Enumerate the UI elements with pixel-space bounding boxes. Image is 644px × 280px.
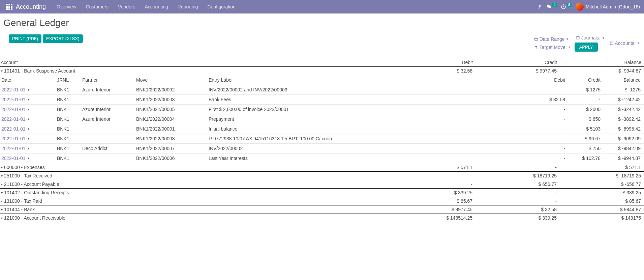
caret-down-icon: ▾ [1,191,3,195]
account-debit: $ 571.1 [390,165,474,170]
account-credit: $ 339.25 [474,215,559,221]
entry-partner: Azure Interior [82,87,136,92]
account-name: 131000 - Tax Paid [4,198,42,204]
entry-debit: - [525,87,565,92]
account-row[interactable]: ▾ 600000 - Expenses $ 571.1 - $ 571.1 [0,163,644,172]
account-row[interactable]: ▾ 101404 - Bank $ 9977.45 $ 32.58 $ 9944… [0,205,644,214]
entry-date-link[interactable]: 2022-01-01 [1,156,26,161]
entry-move: BNK1/2022/00006 [136,156,209,161]
entry-jrnl: BNK1 [57,156,82,161]
filter-date-range-label: Date Range [540,36,565,42]
caret-down-icon[interactable]: ▾ [28,98,29,101]
account-row[interactable]: ▾ 251000 - Tax Received - $ 18719.25 $ -… [0,172,644,180]
caret-down-icon[interactable]: ▾ [28,88,29,91]
account-debit: $ 143514.25 [390,215,474,221]
account-row[interactable]: ▾ 131000 - Tax Paid $ 85.67 - $ 85.67 [0,197,644,205]
caret-down-icon[interactable]: ▾ [28,157,29,160]
entry-debit: - [525,136,565,141]
account-debit: $ 339.25 [390,190,474,195]
caret-down-icon[interactable]: ▾ [28,147,29,150]
filter-journals[interactable]: Journals: ▾ [575,34,606,41]
svg-point-0 [539,5,541,7]
entry-date-link[interactable]: 2022-01-01 [1,107,26,112]
detail-row: 2022-01-01 ▾ BNK1 BNK1/2022/00001 Initia… [0,124,644,134]
dhdr-label: Entry Label [209,77,525,83]
entry-label: R:9772938 10/07 AX 9415116318 T:5 BRT: 1… [209,136,525,141]
dhdr-partner: Partner [82,77,136,83]
app-name[interactable]: Accounting [16,3,46,10]
export-xlsx-button[interactable]: EXPORT (XLSX) [43,34,83,43]
apply-button[interactable]: APPLY [575,43,598,52]
account-row[interactable]: ▾ 121000 - Account Receivable $ 143514.2… [0,214,644,222]
filter-icon [534,45,538,49]
messages-badge: 4 [552,3,557,7]
messages-icon[interactable]: 4 [546,4,557,9]
dhdr-balance: Balance [601,77,643,83]
entry-move: BNK1/2022/00003 [136,97,209,102]
apps-icon[interactable] [6,4,12,10]
nav-left: Accounting Overview Customers Vendors Ac… [3,0,240,13]
entry-debit: - [525,146,565,151]
caret-down-icon[interactable]: ▾ [28,117,29,121]
nav-item-reporting[interactable]: Reporting [173,0,203,13]
detail-row: 2022-01-01 ▾ BNK1 BNK1/2022/00008 R:9772… [0,134,644,143]
navbar: Accounting Overview Customers Vendors Ac… [0,0,644,13]
page-title: General Ledger [3,18,641,28]
nav-item-overview[interactable]: Overview [52,0,81,13]
entry-date-link[interactable]: 2022-01-01 [1,116,26,122]
nav-item-configuration[interactable]: Configuration [203,0,240,13]
cp-row: PRINT (PDF) EXPORT (XLSX) Date Range ▾ T… [3,34,641,52]
entry-date-link[interactable]: 2022-01-01 [1,97,26,102]
entry-debit: - [525,116,565,122]
caret-down-icon[interactable]: ▾ [28,108,29,111]
account-name: 600000 - Expenses [4,165,45,170]
account-credit: - [474,198,559,204]
nav-item-accounting[interactable]: Accounting [140,0,173,13]
account-balance: $ 571.1 [559,165,643,170]
hdr-balance: Balance [559,60,643,65]
entry-credit: $ 2000 [565,107,601,112]
account-name: 121000 - Account Receivable [4,215,65,221]
entry-label: INV/2022/00002 and INV/2022/00003 [209,87,525,92]
entry-date-link[interactable]: 2022-01-01 [1,87,26,92]
user-menu[interactable]: Mitchell Admin (Odoo_16) [576,3,640,11]
filter-date-range[interactable]: Date Range ▾ [533,36,572,43]
hdr-credit: Credit [475,60,559,65]
caret-down-icon: ▾ [1,208,3,212]
detail-row: 2022-01-01 ▾ BNK1 Azure Interior BNK1/20… [0,85,644,94]
entry-credit: $ 5103 [565,126,601,132]
ledger-header: Account Debit Credit Balance [0,58,644,66]
entry-label: Prepayment [209,116,525,122]
debug-icon[interactable] [538,4,542,9]
entry-balance: $ -3242.42 [601,107,643,112]
account-credit: $ 9977.45 [474,68,559,74]
account-debit: - [390,181,474,187]
caret-down-icon: ▾ [566,37,568,41]
detail-row: 2022-01-01 ▾ BNK1 Azure Interior BNK1/20… [0,104,644,114]
nav-item-customers[interactable]: Customers [81,0,113,13]
caret-down-icon[interactable]: ▾ [28,127,29,131]
account-row[interactable]: ▾ 211000 - Account Payable - $ 656.77 $ … [0,180,644,189]
print-pdf-button[interactable]: PRINT (PDF) [9,34,41,43]
entry-balance: $ -3892.42 [601,116,643,122]
account-debit: $ 85.67 [390,198,474,204]
filter-accounts[interactable]: Accounts: ▾ [608,40,641,47]
entry-date-link[interactable]: 2022-01-01 [1,146,26,151]
filter-target-move[interactable]: Target Move: ▾ [533,44,572,51]
activities-icon[interactable]: 8 [561,4,572,9]
entry-date-link[interactable]: 2022-01-01 [1,136,26,141]
caret-down-icon[interactable]: ▾ [28,137,29,140]
account-credit: $ 18719.25 [474,173,559,178]
account-balance: $ -9944.87 [559,68,643,74]
ledger-table: Account Debit Credit Balance ▾ 101401 - … [0,58,644,222]
nav-item-vendors[interactable]: Vendors [113,0,140,13]
entry-move: BNK1/2022/00005 [136,107,209,112]
dhdr-jrnl: JRNL [57,77,82,83]
entry-date-link[interactable]: 2022-01-01 [1,126,26,132]
detail-row: 2022-01-01 ▾ BNK1 BNK1/2022/00006 Last Y… [0,153,644,163]
account-row[interactable]: ▾ 101401 - Bank Suspense Account $ 32.58… [0,66,644,75]
account-name: 251000 - Tax Received [4,173,52,178]
nav-menu: Overview Customers Vendors Accounting Re… [52,0,240,13]
account-balance: $ 85.67 [559,198,643,204]
account-row[interactable]: ▾ 101402 - Outstanding Receipts $ 339.25… [0,189,644,197]
